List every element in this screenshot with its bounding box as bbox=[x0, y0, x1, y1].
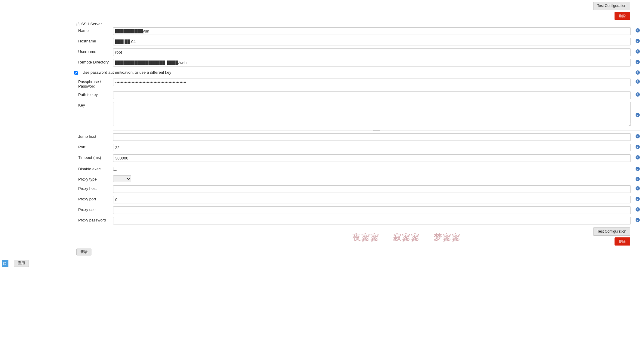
help-icon[interactable]: ? bbox=[636, 197, 640, 201]
proxy-type-label: Proxy type bbox=[2, 176, 113, 181]
proxy-password-input[interactable] bbox=[113, 217, 631, 224]
hostname-input[interactable] bbox=[113, 38, 631, 45]
proxy-port-input[interactable] bbox=[113, 196, 631, 203]
disable-exec-checkbox[interactable] bbox=[113, 167, 117, 171]
name-input[interactable] bbox=[113, 27, 631, 35]
username-input[interactable] bbox=[113, 48, 631, 56]
resize-grip[interactable] bbox=[113, 130, 640, 131]
name-label: Name bbox=[2, 27, 113, 33]
save-edge-button[interactable]: 保 bbox=[2, 260, 8, 267]
apply-button[interactable]: 应用 bbox=[14, 260, 29, 267]
remote-directory-label: Remote Directory bbox=[2, 59, 113, 64]
test-configuration-button-bottom[interactable]: Test Configuration bbox=[593, 227, 630, 236]
passphrase-label: Passphrase / Password bbox=[2, 79, 113, 88]
help-icon[interactable]: ? bbox=[636, 134, 640, 138]
jump-host-label: Jump host bbox=[2, 133, 113, 139]
proxy-password-label: Proxy password bbox=[2, 217, 113, 222]
help-icon[interactable]: ? bbox=[636, 70, 640, 75]
proxy-type-select[interactable] bbox=[113, 175, 131, 182]
use-password-auth-checkbox[interactable] bbox=[74, 71, 78, 75]
help-icon[interactable]: ? bbox=[636, 145, 640, 149]
delete-button-bottom[interactable]: 删除 bbox=[615, 237, 630, 245]
port-input[interactable] bbox=[113, 144, 631, 151]
drag-handle-icon[interactable] bbox=[76, 22, 79, 26]
section-header: SSH Server bbox=[76, 22, 642, 26]
help-icon[interactable]: ? bbox=[636, 79, 640, 84]
proxy-host-label: Proxy host bbox=[2, 185, 113, 191]
add-button[interactable]: 新增 bbox=[76, 249, 91, 256]
proxy-host-input[interactable] bbox=[113, 185, 631, 193]
help-icon[interactable]: ? bbox=[636, 218, 640, 222]
passphrase-input[interactable] bbox=[113, 79, 631, 86]
hostname-label: Hostname bbox=[2, 38, 113, 43]
jump-host-input[interactable] bbox=[113, 133, 631, 141]
proxy-user-label: Proxy user bbox=[2, 206, 113, 212]
username-label: Username bbox=[2, 48, 113, 54]
help-icon[interactable]: ? bbox=[636, 155, 640, 159]
help-icon[interactable]: ? bbox=[636, 49, 640, 54]
help-icon[interactable]: ? bbox=[636, 177, 640, 181]
help-icon[interactable]: ? bbox=[636, 167, 640, 171]
use-password-auth-label: Use password authentication, or use a di… bbox=[78, 70, 633, 75]
help-icon[interactable]: ? bbox=[636, 39, 640, 43]
help-icon[interactable]: ? bbox=[636, 28, 640, 32]
path-to-key-label: Path to key bbox=[2, 91, 113, 97]
help-icon[interactable]: ? bbox=[636, 207, 640, 212]
delete-button-top[interactable]: 删除 bbox=[615, 12, 630, 20]
help-icon[interactable]: ? bbox=[636, 186, 640, 190]
remote-directory-input[interactable] bbox=[113, 59, 631, 66]
timeout-label: Timeout (ms) bbox=[2, 154, 113, 160]
port-label: Port bbox=[2, 144, 113, 149]
help-icon[interactable]: ? bbox=[636, 113, 640, 117]
help-icon[interactable]: ? bbox=[636, 60, 640, 64]
section-title: SSH Server bbox=[81, 22, 102, 26]
key-label: Key bbox=[2, 102, 113, 107]
test-configuration-button[interactable]: Test Configuration bbox=[593, 2, 630, 10]
path-to-key-input[interactable] bbox=[113, 91, 631, 99]
proxy-port-label: Proxy port bbox=[2, 196, 113, 201]
disable-exec-label: Disable exec bbox=[2, 166, 113, 171]
timeout-input[interactable] bbox=[113, 154, 631, 162]
help-icon[interactable]: ? bbox=[636, 92, 640, 97]
key-textarea[interactable] bbox=[113, 102, 631, 126]
proxy-user-input[interactable] bbox=[113, 206, 631, 214]
